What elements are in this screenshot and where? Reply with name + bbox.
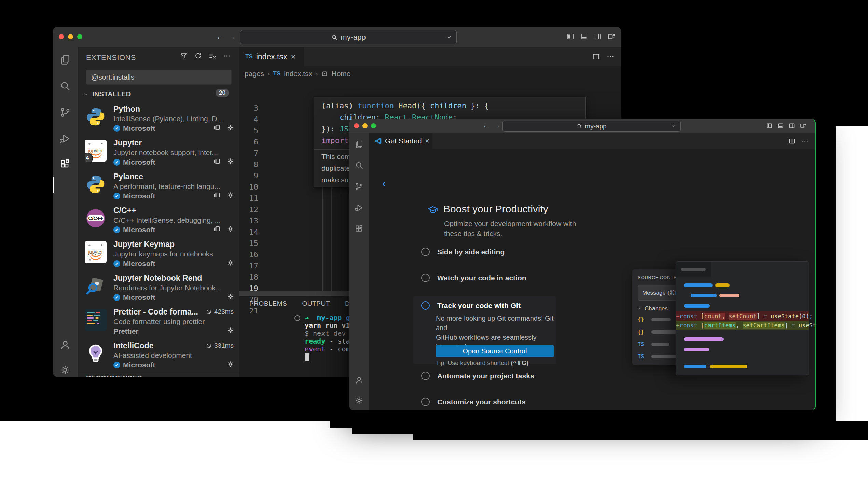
side-by-side-icon[interactable]	[213, 191, 221, 199]
clear-list-icon[interactable]	[208, 52, 217, 60]
activity-debug-icon[interactable]	[59, 133, 71, 144]
layout-icon[interactable]	[800, 122, 807, 129]
changed-file-row[interactable]: {}	[638, 317, 671, 323]
activity-source-control-icon[interactable]	[355, 182, 364, 191]
step-radio-selected-icon[interactable]	[421, 301, 430, 310]
walkthrough-step[interactable]: Watch your code in action	[421, 274, 526, 282]
panel-left-icon[interactable]	[566, 32, 575, 41]
minimize-window-button[interactable]	[362, 123, 368, 128]
panel-tab-output[interactable]: OUTPUT	[302, 300, 330, 307]
walkthrough-step-expanded[interactable]: Track your code with GitNo more looking …	[413, 296, 556, 364]
activity-search-icon[interactable]	[355, 161, 364, 170]
activity-settings-icon[interactable]	[355, 396, 364, 405]
panel-left-icon[interactable]	[766, 122, 773, 129]
step-radio-icon[interactable]	[421, 398, 430, 406]
ellipsis-icon[interactable]	[223, 52, 231, 60]
breadcrumb[interactable]: pages›TSindex.tsx›Home	[245, 68, 351, 80]
panel-bottom-icon[interactable]	[580, 32, 588, 41]
extensions-search-input[interactable]: @sort:installs	[86, 70, 232, 85]
panel-right-icon[interactable]	[594, 32, 602, 41]
extension-actions	[213, 157, 234, 165]
titlebar[interactable]: ← → my-app	[53, 27, 621, 47]
step-radio-icon[interactable]	[421, 372, 430, 380]
chevron-expanded-icon[interactable]	[83, 91, 89, 97]
close-tab-icon[interactable]: ✕	[425, 138, 429, 145]
step-radio-icon[interactable]	[421, 274, 430, 282]
gear-icon[interactable]	[226, 124, 234, 131]
close-window-button[interactable]	[59, 34, 64, 39]
panel-bottom-icon[interactable]	[777, 122, 784, 129]
activity-settings-icon[interactable]	[59, 364, 71, 376]
gear-icon[interactable]	[226, 360, 234, 368]
more-actions-icon[interactable]	[606, 53, 615, 61]
activity-search-icon[interactable]	[59, 80, 71, 92]
recommended-section-label[interactable]: RECOMMENDED	[86, 374, 142, 377]
background-blob-bottom	[413, 421, 868, 440]
close-tab-icon[interactable]: ✕	[291, 53, 296, 61]
side-by-side-icon[interactable]	[213, 157, 221, 165]
extension-row[interactable]: C/C++C/C++C/C++ IntelliSense, debugging,…	[78, 204, 239, 238]
split-editor-icon[interactable]	[592, 53, 600, 61]
gear-icon[interactable]	[226, 326, 234, 334]
activity-account-icon[interactable]	[59, 339, 71, 350]
back-arrow-icon[interactable]: ←	[483, 122, 490, 128]
breadcrumb-item[interactable]: pages	[245, 70, 264, 78]
forward-arrow-icon[interactable]: →	[494, 122, 500, 128]
changed-file-row[interactable]: TS	[638, 341, 669, 347]
chevron-expanded-icon[interactable]	[636, 306, 641, 311]
zoom-window-button[interactable]	[77, 34, 82, 39]
gear-icon[interactable]	[226, 157, 234, 165]
close-window-button[interactable]	[354, 123, 359, 128]
activity-files-icon[interactable]	[355, 140, 364, 149]
changes-label[interactable]: Changes	[645, 305, 668, 312]
gear-icon[interactable]	[226, 293, 234, 301]
tab-get-started[interactable]: Get Started ✕	[369, 133, 432, 149]
walkthrough-step[interactable]: Side by side editing	[421, 248, 505, 256]
activity-debug-icon[interactable]	[355, 203, 364, 212]
breadcrumb-item[interactable]: index.tsx	[284, 70, 312, 78]
activity-source-control-icon[interactable]	[59, 107, 71, 118]
step-radio-icon[interactable]	[421, 248, 430, 256]
activity-extensions-icon[interactable]	[355, 224, 364, 234]
panel-tab-problems[interactable]: PROBLEMS	[249, 300, 287, 307]
extension-row[interactable]: Prettier - Code forma...423msCode format…	[78, 305, 239, 339]
changed-file-row[interactable]: {}	[638, 329, 681, 335]
activity-extensions-icon[interactable]	[59, 158, 71, 170]
chevron-down-icon[interactable]	[671, 123, 676, 129]
back-arrow-icon[interactable]: ←	[216, 32, 224, 41]
forward-arrow-icon[interactable]: →	[228, 32, 236, 41]
extension-row[interactable]: PylanceA performant, feature-rich langu.…	[78, 170, 239, 204]
titlebar[interactable]: ← → my-app	[349, 119, 815, 133]
extension-row[interactable]: PythonIntelliSense (Pylance), Linting, D…	[78, 102, 239, 136]
walkthrough-step[interactable]: Track your code with Git	[421, 301, 521, 310]
chevron-down-icon[interactable]	[445, 34, 452, 41]
side-by-side-icon[interactable]	[213, 225, 221, 233]
activity-account-icon[interactable]	[355, 375, 364, 385]
installed-section-label[interactable]: INSTALLED	[92, 90, 131, 98]
side-by-side-icon[interactable]	[213, 124, 221, 131]
breadcrumb-item[interactable]: Home	[331, 70, 350, 78]
split-editor-icon[interactable]	[788, 138, 796, 145]
activity-files-icon[interactable]	[59, 54, 71, 66]
more-actions-icon[interactable]	[801, 138, 809, 145]
command-center-search[interactable]: my-app	[502, 121, 681, 132]
zoom-window-button[interactable]	[371, 123, 376, 128]
gear-icon[interactable]	[226, 191, 234, 199]
walkthrough-step[interactable]: Customize your shortcuts	[421, 398, 526, 406]
extension-row[interactable]: jupyterJupyter KeymapJupyter keymaps for…	[78, 238, 239, 271]
gear-icon[interactable]	[226, 259, 234, 267]
tab-index-tsx[interactable]: TS index.tsx ✕	[239, 47, 304, 66]
command-center-search[interactable]: my-app	[240, 30, 457, 44]
walkthrough-back-icon[interactable]: ‹	[382, 178, 386, 189]
filter-icon[interactable]	[180, 52, 188, 60]
open-source-control-button[interactable]: Open Source Control	[436, 345, 554, 357]
extension-row[interactable]: IntelliCode331msAI-assisted development✓…	[78, 339, 239, 373]
panel-right-icon[interactable]	[788, 122, 795, 129]
gear-icon[interactable]	[226, 225, 234, 233]
refresh-icon[interactable]	[194, 52, 202, 60]
walkthrough-step[interactable]: Automate your project tasks	[421, 372, 534, 380]
layout-icon[interactable]	[607, 32, 616, 41]
extension-row[interactable]: Jupyter Notebook RenderersRenderers for …	[78, 271, 239, 305]
minimize-window-button[interactable]	[68, 34, 73, 39]
extension-row[interactable]: jupyter4JupyterJupyter notebook support,…	[78, 136, 239, 170]
